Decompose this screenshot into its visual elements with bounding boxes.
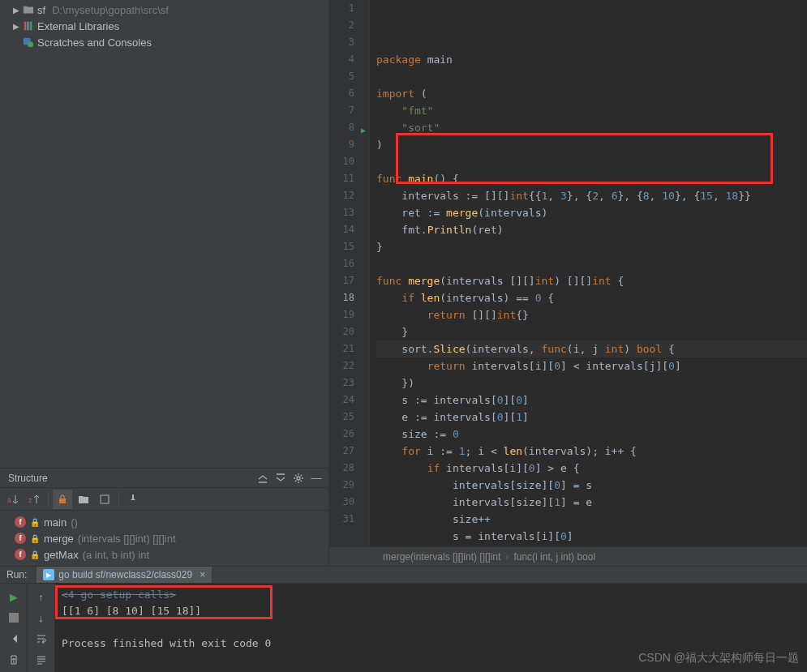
project-tree[interactable]: ▶ sf D:\mysetup\gopath\src\sf ▶ External… <box>0 0 328 468</box>
tree-root[interactable]: ▶ sf D:\mysetup\gopath\src\sf <box>0 2 328 18</box>
root-path: D:\mysetup\gopath\src\sf <box>52 4 169 16</box>
chevron-right-icon: › <box>505 551 509 563</box>
sort-alpha-asc-icon[interactable]: a <box>3 490 23 509</box>
run-label: Run: <box>6 569 27 580</box>
chevron-right-icon: ▶ <box>13 23 19 29</box>
collapse-bottom-icon[interactable] <box>272 469 290 487</box>
structure-item[interactable]: f🔒merge(intervals [][]int) [][]int <box>0 530 328 546</box>
libs-label: External Libraries <box>37 20 119 32</box>
svg-rect-0 <box>24 22 27 31</box>
library-icon <box>23 20 34 32</box>
scratch-label: Scratches and Consoles <box>37 36 152 49</box>
run-toolbar-left: ▶ <box>0 584 28 672</box>
close-icon[interactable]: × <box>200 569 205 580</box>
chevron-right-icon: ▶ <box>13 6 19 13</box>
watermark: CSDN @福大大架构师每日一题 <box>638 651 799 666</box>
minimize-icon[interactable]: — <box>307 469 325 487</box>
sort-alpha-desc-icon[interactable]: z <box>24 490 44 509</box>
structure-panel: Structure — a z f🔒main()f🔒merge(in <box>0 468 328 566</box>
go-icon: ▶ <box>43 569 54 580</box>
function-icon: f <box>15 549 26 560</box>
lock-icon: 🔒 <box>30 518 40 527</box>
breadcrumb-seg2[interactable]: func(i int, j int) bool <box>513 551 595 563</box>
svg-rect-1 <box>27 22 29 31</box>
structure-toolbar: a z <box>0 488 328 511</box>
lock-icon: 🔒 <box>30 534 40 543</box>
structure-item[interactable]: f🔒getMax(a int, b int) int <box>0 546 328 563</box>
gear-icon[interactable] <box>290 469 307 487</box>
local-group-icon[interactable] <box>95 490 114 509</box>
folder-icon <box>23 4 34 15</box>
breadcrumb[interactable]: merge(intervals [][]int) [][]int › func(… <box>329 546 807 566</box>
group-by-lock-icon[interactable] <box>53 490 72 509</box>
tree-external-libs[interactable]: ▶ External Libraries <box>0 18 328 34</box>
code-area[interactable]: package main import ( "fmt" "sort") func… <box>370 0 807 546</box>
svg-rect-10 <box>9 613 19 623</box>
svg-point-5 <box>297 477 300 480</box>
folder-group-icon[interactable] <box>74 490 93 509</box>
svg-point-4 <box>28 41 33 47</box>
up-icon[interactable]: ↑ <box>32 587 51 606</box>
stop-icon[interactable] <box>4 608 24 627</box>
scratch-icon <box>23 36 34 48</box>
breadcrumb-seg1[interactable]: merge(intervals [][]int) [][]int <box>383 551 500 563</box>
gutter[interactable]: 12345678▶9101112131415161718192021222324… <box>329 0 370 546</box>
structure-item[interactable]: f🔒main() <box>0 514 328 530</box>
code-editor[interactable]: 12345678▶9101112131415161718192021222324… <box>329 0 807 546</box>
svg-rect-8 <box>59 499 66 503</box>
root-name: sf <box>37 4 45 16</box>
collapse-top-icon[interactable] <box>254 469 272 487</box>
run-tab-label: go build sf/newclass2/class029 <box>58 569 192 580</box>
lock-icon: 🔒 <box>30 550 40 559</box>
run-tab[interactable]: ▶ go build sf/newclass2/class029 × <box>36 567 212 583</box>
wrap-icon[interactable] <box>32 629 51 648</box>
scroll-icon[interactable] <box>32 650 51 670</box>
pin-icon[interactable] <box>123 490 143 509</box>
exit-line: Process finished with exit code 0 <box>62 636 801 652</box>
exit-icon[interactable] <box>4 650 24 670</box>
svg-text:a: a <box>7 496 11 504</box>
down-icon[interactable]: ↓ <box>32 608 51 627</box>
svg-rect-9 <box>101 495 109 503</box>
structure-title: Structure <box>8 473 254 484</box>
highlight-box-output <box>55 585 273 619</box>
run-toolbar-left2: ↑ ↓ <box>28 584 55 672</box>
resume-icon[interactable] <box>4 629 24 648</box>
tree-scratches[interactable]: Scratches and Consoles <box>0 34 328 50</box>
svg-text:z: z <box>28 496 32 504</box>
svg-rect-2 <box>30 22 32 31</box>
function-icon: f <box>15 516 26 528</box>
rerun-icon[interactable]: ▶ <box>4 587 24 606</box>
function-icon: f <box>15 533 26 544</box>
structure-list: f🔒main()f🔒merge(intervals [][]int) [][]i… <box>0 511 328 566</box>
